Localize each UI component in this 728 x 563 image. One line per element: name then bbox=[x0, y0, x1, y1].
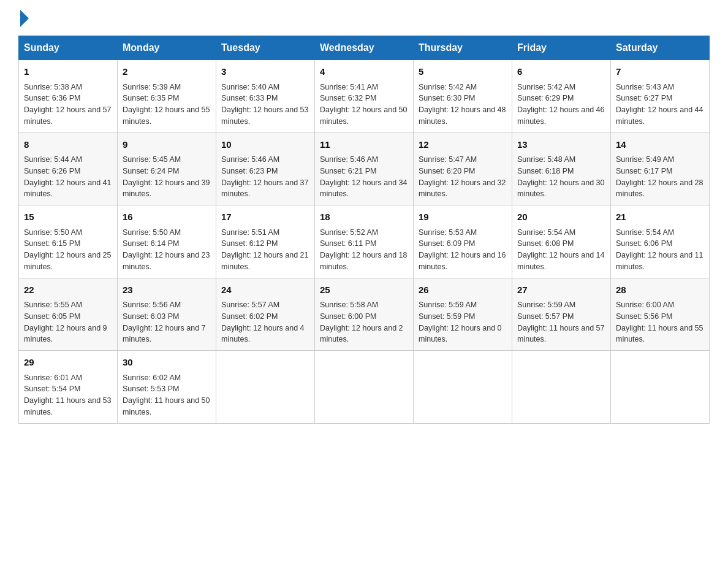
header-wednesday: Wednesday bbox=[315, 36, 414, 60]
day-number: 18 bbox=[320, 210, 408, 224]
day-number: 13 bbox=[517, 138, 605, 152]
day-info: Sunrise: 5:59 AMSunset: 5:59 PMDaylight:… bbox=[419, 299, 507, 345]
day-info: Sunrise: 5:49 AMSunset: 6:17 PMDaylight:… bbox=[616, 154, 704, 200]
day-number: 9 bbox=[123, 138, 211, 152]
table-row bbox=[414, 351, 512, 424]
page-header bbox=[18, 12, 710, 25]
calendar-table: Sunday Monday Tuesday Wednesday Thursday… bbox=[18, 36, 710, 424]
day-number: 3 bbox=[221, 65, 309, 79]
day-number: 28 bbox=[616, 283, 704, 297]
day-info: Sunrise: 5:46 AMSunset: 6:21 PMDaylight:… bbox=[320, 154, 408, 200]
day-number: 11 bbox=[320, 138, 408, 152]
table-row: 17Sunrise: 5:51 AMSunset: 6:12 PMDayligh… bbox=[216, 205, 315, 278]
day-number: 25 bbox=[320, 283, 408, 297]
day-number: 4 bbox=[320, 65, 408, 79]
table-row: 22Sunrise: 5:55 AMSunset: 6:05 PMDayligh… bbox=[19, 278, 118, 351]
calendar-week-row: 22Sunrise: 5:55 AMSunset: 6:05 PMDayligh… bbox=[19, 278, 710, 351]
day-info: Sunrise: 5:59 AMSunset: 5:57 PMDaylight:… bbox=[517, 299, 605, 345]
day-info: Sunrise: 5:40 AMSunset: 6:33 PMDaylight:… bbox=[221, 82, 309, 128]
table-row: 6Sunrise: 5:42 AMSunset: 6:29 PMDaylight… bbox=[512, 60, 611, 133]
table-row: 29Sunrise: 6:01 AMSunset: 5:54 PMDayligh… bbox=[19, 351, 118, 424]
day-number: 8 bbox=[24, 138, 112, 152]
table-row: 27Sunrise: 5:59 AMSunset: 5:57 PMDayligh… bbox=[512, 278, 611, 351]
day-number: 14 bbox=[616, 138, 704, 152]
header-thursday: Thursday bbox=[414, 36, 512, 60]
day-number: 16 bbox=[123, 210, 211, 224]
table-row: 20Sunrise: 5:54 AMSunset: 6:08 PMDayligh… bbox=[512, 205, 611, 278]
day-number: 2 bbox=[123, 65, 211, 79]
calendar-week-row: 15Sunrise: 5:50 AMSunset: 6:15 PMDayligh… bbox=[19, 205, 710, 278]
table-row: 15Sunrise: 5:50 AMSunset: 6:15 PMDayligh… bbox=[19, 205, 118, 278]
day-number: 26 bbox=[419, 283, 507, 297]
table-row: 25Sunrise: 5:58 AMSunset: 6:00 PMDayligh… bbox=[315, 278, 414, 351]
day-number: 7 bbox=[616, 65, 704, 79]
day-info: Sunrise: 5:46 AMSunset: 6:23 PMDaylight:… bbox=[221, 154, 309, 200]
day-info: Sunrise: 5:58 AMSunset: 6:00 PMDaylight:… bbox=[320, 299, 408, 345]
day-number: 17 bbox=[221, 210, 309, 224]
day-number: 21 bbox=[616, 210, 704, 224]
day-info: Sunrise: 5:43 AMSunset: 6:27 PMDaylight:… bbox=[616, 82, 704, 128]
table-row: 7Sunrise: 5:43 AMSunset: 6:27 PMDaylight… bbox=[611, 60, 710, 133]
day-number: 27 bbox=[517, 283, 605, 297]
header-tuesday: Tuesday bbox=[216, 36, 315, 60]
day-number: 5 bbox=[419, 65, 507, 79]
calendar-week-row: 1Sunrise: 5:38 AMSunset: 6:36 PMDaylight… bbox=[19, 60, 710, 133]
day-info: Sunrise: 5:45 AMSunset: 6:24 PMDaylight:… bbox=[123, 154, 211, 200]
table-row: 30Sunrise: 6:02 AMSunset: 5:53 PMDayligh… bbox=[118, 351, 216, 424]
table-row: 21Sunrise: 5:54 AMSunset: 6:06 PMDayligh… bbox=[611, 205, 710, 278]
table-row: 4Sunrise: 5:41 AMSunset: 6:32 PMDaylight… bbox=[315, 60, 414, 133]
table-row bbox=[512, 351, 611, 424]
day-info: Sunrise: 5:52 AMSunset: 6:11 PMDaylight:… bbox=[320, 227, 408, 273]
logo-triangle-icon bbox=[20, 10, 29, 27]
day-number: 30 bbox=[123, 356, 211, 370]
table-row: 23Sunrise: 5:56 AMSunset: 6:03 PMDayligh… bbox=[118, 278, 216, 351]
table-row: 3Sunrise: 5:40 AMSunset: 6:33 PMDaylight… bbox=[216, 60, 315, 133]
day-number: 6 bbox=[517, 65, 605, 79]
day-info: Sunrise: 5:39 AMSunset: 6:35 PMDaylight:… bbox=[123, 82, 211, 128]
table-row: 5Sunrise: 5:42 AMSunset: 6:30 PMDaylight… bbox=[414, 60, 512, 133]
day-number: 24 bbox=[221, 283, 309, 297]
table-row: 14Sunrise: 5:49 AMSunset: 6:17 PMDayligh… bbox=[611, 132, 710, 205]
day-info: Sunrise: 6:00 AMSunset: 5:56 PMDaylight:… bbox=[616, 299, 704, 345]
table-row: 24Sunrise: 5:57 AMSunset: 6:02 PMDayligh… bbox=[216, 278, 315, 351]
day-info: Sunrise: 5:42 AMSunset: 6:30 PMDaylight:… bbox=[419, 82, 507, 128]
calendar-week-row: 29Sunrise: 6:01 AMSunset: 5:54 PMDayligh… bbox=[19, 351, 710, 424]
day-info: Sunrise: 5:53 AMSunset: 6:09 PMDaylight:… bbox=[419, 227, 507, 273]
logo bbox=[18, 12, 29, 25]
day-info: Sunrise: 5:44 AMSunset: 6:26 PMDaylight:… bbox=[24, 154, 112, 200]
table-row bbox=[315, 351, 414, 424]
header-friday: Friday bbox=[512, 36, 611, 60]
day-info: Sunrise: 5:42 AMSunset: 6:29 PMDaylight:… bbox=[517, 82, 605, 128]
day-info: Sunrise: 5:50 AMSunset: 6:14 PMDaylight:… bbox=[123, 227, 211, 273]
day-info: Sunrise: 5:56 AMSunset: 6:03 PMDaylight:… bbox=[123, 299, 211, 345]
table-row bbox=[611, 351, 710, 424]
day-number: 23 bbox=[123, 283, 211, 297]
table-row: 11Sunrise: 5:46 AMSunset: 6:21 PMDayligh… bbox=[315, 132, 414, 205]
day-info: Sunrise: 5:54 AMSunset: 6:08 PMDaylight:… bbox=[517, 227, 605, 273]
table-row: 2Sunrise: 5:39 AMSunset: 6:35 PMDaylight… bbox=[118, 60, 216, 133]
header-sunday: Sunday bbox=[19, 36, 118, 60]
table-row: 10Sunrise: 5:46 AMSunset: 6:23 PMDayligh… bbox=[216, 132, 315, 205]
day-number: 10 bbox=[221, 138, 309, 152]
table-row: 26Sunrise: 5:59 AMSunset: 5:59 PMDayligh… bbox=[414, 278, 512, 351]
day-info: Sunrise: 5:57 AMSunset: 6:02 PMDaylight:… bbox=[221, 299, 309, 345]
day-info: Sunrise: 5:47 AMSunset: 6:20 PMDaylight:… bbox=[419, 154, 507, 200]
day-info: Sunrise: 5:51 AMSunset: 6:12 PMDaylight:… bbox=[221, 227, 309, 273]
table-row: 13Sunrise: 5:48 AMSunset: 6:18 PMDayligh… bbox=[512, 132, 611, 205]
table-row: 12Sunrise: 5:47 AMSunset: 6:20 PMDayligh… bbox=[414, 132, 512, 205]
header-saturday: Saturday bbox=[611, 36, 710, 60]
day-info: Sunrise: 5:55 AMSunset: 6:05 PMDaylight:… bbox=[24, 299, 112, 345]
day-number: 12 bbox=[419, 138, 507, 152]
table-row bbox=[216, 351, 315, 424]
table-row: 1Sunrise: 5:38 AMSunset: 6:36 PMDaylight… bbox=[19, 60, 118, 133]
day-number: 15 bbox=[24, 210, 112, 224]
day-info: Sunrise: 5:50 AMSunset: 6:15 PMDaylight:… bbox=[24, 227, 112, 273]
day-info: Sunrise: 5:38 AMSunset: 6:36 PMDaylight:… bbox=[24, 82, 112, 128]
day-number: 19 bbox=[419, 210, 507, 224]
day-number: 20 bbox=[517, 210, 605, 224]
table-row: 8Sunrise: 5:44 AMSunset: 6:26 PMDaylight… bbox=[19, 132, 118, 205]
table-row: 19Sunrise: 5:53 AMSunset: 6:09 PMDayligh… bbox=[414, 205, 512, 278]
day-number: 22 bbox=[24, 283, 112, 297]
table-row: 9Sunrise: 5:45 AMSunset: 6:24 PMDaylight… bbox=[118, 132, 216, 205]
day-info: Sunrise: 5:48 AMSunset: 6:18 PMDaylight:… bbox=[517, 154, 605, 200]
